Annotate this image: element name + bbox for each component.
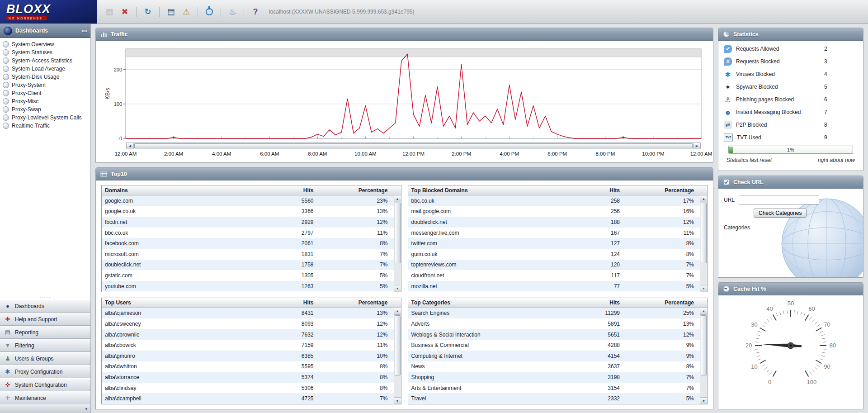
sidebar-item-system-overview[interactable]: System Overview xyxy=(0,40,90,48)
row-label-cell: Shopping xyxy=(408,374,549,380)
scroll-down-icon[interactable]: ▼ xyxy=(700,285,707,292)
sidebar-item-system-load-average[interactable]: System-Load Average xyxy=(0,65,90,73)
sidebar-item-proxy-system[interactable]: Proxy-System xyxy=(0,81,90,89)
scroll-up-icon[interactable]: ▲ xyxy=(394,308,401,315)
sidebar-item-proxy-client[interactable]: Proxy-Client xyxy=(0,89,90,97)
scroll-up-icon[interactable]: ▲ xyxy=(700,195,707,202)
scroll-down-icon[interactable]: ▼ xyxy=(700,397,707,404)
report-icon[interactable]: ▤ xyxy=(165,5,177,18)
check-categories-button[interactable]: Check Categories xyxy=(754,209,807,218)
row-label-cell: facebook.com xyxy=(102,240,243,247)
scrollbar-thumb[interactable] xyxy=(701,315,707,376)
url-input[interactable] xyxy=(739,195,819,204)
sidebar-item-system-access-statistics[interactable]: System-Access Statistics xyxy=(0,57,90,65)
sidebar-item-system-statuses[interactable]: System Statuses xyxy=(0,48,90,57)
accordion-item-help-and-support[interactable]: ✚Help and Support xyxy=(0,313,90,326)
hits-cell: 1831 xyxy=(243,251,317,257)
svg-text:KB/s: KB/s xyxy=(104,88,111,99)
column-header-hits: Hits xyxy=(549,299,623,306)
scroll-left-button[interactable]: ◀ xyxy=(126,143,134,149)
chevron-down-icon[interactable]: ▼ xyxy=(85,407,88,411)
alert-icon[interactable]: ⚠ xyxy=(180,5,193,18)
delete-icon[interactable]: ✖ xyxy=(118,5,131,18)
percentage-cell: 12% xyxy=(317,219,394,225)
percentage-cell: 23% xyxy=(317,198,394,204)
scroll-up-icon[interactable]: ▲ xyxy=(700,308,707,315)
percentage-cell: 7% xyxy=(317,261,394,268)
row-label-cell: alba\cbowick xyxy=(102,342,243,348)
table-vertical-scrollbar[interactable]: ▲▼ xyxy=(700,308,707,404)
percentage-cell: 8% xyxy=(623,363,700,370)
scrollbar-thumb[interactable] xyxy=(701,203,707,263)
scrollbar-thumb[interactable] xyxy=(395,315,401,376)
refresh-icon[interactable]: ↻ xyxy=(142,5,154,18)
sidebar-resize-handle[interactable]: ····· xyxy=(0,295,90,299)
scrollbar-track[interactable] xyxy=(134,143,693,149)
dashboard-dial-icon xyxy=(3,98,9,104)
power-icon[interactable] xyxy=(203,5,216,18)
scroll-right-button[interactable]: ▶ xyxy=(693,143,701,149)
row-label-cell: Computing & Internet xyxy=(408,353,549,359)
sidebar: Dashboards «« System OverviewSystem Stat… xyxy=(0,24,91,413)
scroll-down-icon[interactable]: ▼ xyxy=(394,285,401,292)
sidebar-header-dashboards[interactable]: Dashboards «« xyxy=(0,24,90,38)
top10-panel: Top10 DomainsHitsPercentagegoogle.com556… xyxy=(95,167,713,409)
accordion-item-filtering[interactable]: ▼Filtering xyxy=(0,339,90,352)
table-vertical-scrollbar[interactable]: ▲▼ xyxy=(394,195,401,292)
sidebar-item-system-disk-usage[interactable]: System-Disk Usage xyxy=(0,73,90,81)
accordion-item-dashboards[interactable]: ●Dashboards xyxy=(0,299,90,313)
table-row: toptenreviews.com1207% xyxy=(408,260,701,271)
table-vertical-scrollbar[interactable]: ▲▼ xyxy=(394,308,401,404)
accordion-item-users-groups[interactable]: ♟Users & Groups xyxy=(0,352,90,365)
chart-horizontal-scrollbar[interactable]: ◀ ▶ xyxy=(126,142,701,149)
scrollbar-thumb[interactable] xyxy=(134,143,693,148)
table-row: google.co.uk336613% xyxy=(102,206,394,217)
accordion-item-label: Dashboards xyxy=(15,303,44,309)
row-label-cell: Weblogs & Social Interaction xyxy=(408,332,549,338)
hits-cell: 5374 xyxy=(243,374,317,380)
accordion-item-label: Proxy Configuration xyxy=(15,369,62,375)
p2p-blocked-icon: ⇄ xyxy=(724,121,732,129)
accordion-item-proxy-configuration[interactable]: ✱Proxy Configuration xyxy=(0,365,90,378)
percentage-cell: 8% xyxy=(317,374,394,380)
percentage-cell: 8% xyxy=(317,363,394,370)
accordion-item-label: Filtering xyxy=(15,342,34,349)
check-url-panel-title: Check URL xyxy=(733,179,764,185)
sidebar-item-realtime-traffic[interactable]: Realtime-Traffic xyxy=(0,122,90,130)
bloxx-logo: BLOXX NO NONSENSE. xyxy=(0,0,97,24)
statistics-row-requests-blocked: ✘Requests Blocked3 xyxy=(722,55,859,68)
reporting-icon: ▤ xyxy=(4,329,11,335)
magic-lamp-icon[interactable]: ♨ xyxy=(226,5,239,18)
hits-cell: 258 xyxy=(549,198,623,204)
accordion-item-reporting[interactable]: ▤Reporting xyxy=(0,326,90,339)
sidebar-item-proxy-misc[interactable]: Proxy-Misc xyxy=(0,97,90,105)
scroll-up-icon[interactable]: ▲ xyxy=(394,195,401,202)
pie-chart-icon xyxy=(723,31,730,38)
percentage-cell: 11% xyxy=(317,342,394,348)
sidebar-item-proxy-swap[interactable]: Proxy-Swap xyxy=(0,105,90,114)
help-icon[interactable]: ? xyxy=(249,5,262,18)
table-row: google.com556023% xyxy=(102,195,394,206)
check-button-row: Check Categories xyxy=(754,209,858,218)
svg-text:200: 200 xyxy=(114,67,122,72)
table-vertical-scrollbar[interactable]: ▲▼ xyxy=(700,195,707,292)
x-axis-label: 10:00 PM xyxy=(642,151,664,157)
row-label-cell: Adverts xyxy=(408,321,549,327)
toolbar-separator xyxy=(244,7,244,17)
hits-cell: 117 xyxy=(549,272,623,279)
dashboard-dial-icon xyxy=(3,49,9,56)
statistics-footer: Statistics last reset right about now xyxy=(722,155,859,167)
statistic-label: TVT Used xyxy=(737,134,820,141)
collapse-sidebar-icon[interactable]: «« xyxy=(82,28,87,34)
accordion-item-system-configuration[interactable]: ✜System Configuration xyxy=(0,378,90,391)
column-header-hits: Hits xyxy=(549,187,623,194)
accordion-item-maintenance[interactable]: ✛Maintenance xyxy=(0,391,90,404)
sidebar-item-proxy-lowlevel-system-calls[interactable]: Proxy-Lowlevel System Calls xyxy=(0,114,90,122)
table-row: mozilla.net775% xyxy=(408,281,701,292)
row-label-cell: Search Engines xyxy=(408,310,549,316)
dashboard-dial-icon xyxy=(3,82,9,88)
scroll-down-icon[interactable]: ▼ xyxy=(394,397,401,404)
hits-cell: 5891 xyxy=(549,321,623,327)
scrollbar-thumb[interactable] xyxy=(395,203,401,263)
sidebar-item-label: Proxy-Client xyxy=(12,90,41,96)
